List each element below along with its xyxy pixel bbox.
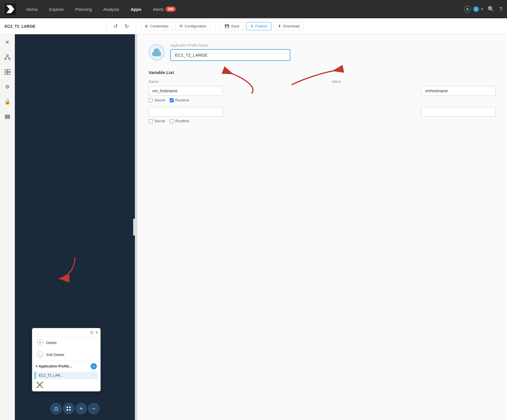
ctx-minimize-icon[interactable]: ⊡ [90,330,93,335]
download-label: Download [283,24,300,28]
value-col-header: Value [332,79,341,84]
publish-button[interactable]: ⬆ Publish [246,22,272,30]
configuration-button[interactable]: ⚙ Configuration [175,22,211,30]
nav-explore[interactable]: Explore [45,5,68,14]
undo-button[interactable]: ↺ [111,22,120,31]
save-button[interactable]: 💾 Save [220,22,244,30]
var-column-headers: Name Value [149,79,496,84]
configuration-label: Configuration [185,24,207,28]
runtime-checkbox-2-group: Runtime [170,119,189,123]
profile-item-more[interactable]: ··· [92,373,95,377]
redo-button[interactable]: ↻ [122,22,131,31]
save-icon: 💾 [225,24,229,28]
resize-handle[interactable]: ⋮ [135,34,137,420]
sidebar-close-icon[interactable]: ✕ [3,38,12,47]
publish-label: Publish [255,24,268,28]
var-value-input-1[interactable] [421,86,496,96]
sidebar-settings-icon[interactable]: ⚙ [3,82,12,91]
svg-rect-17 [69,409,71,411]
status-group: 1 ▾ [464,6,483,13]
runtime-checkbox-2[interactable] [170,119,174,123]
toolbar-divider-2 [136,22,136,31]
credentials-label: Credentials [150,24,169,28]
svg-rect-9 [5,115,10,116]
secret-checkbox-2-group: Secret [149,119,165,123]
nav-home[interactable]: Home [22,5,42,14]
profile-list-item[interactable]: EC2_T2_LAR... ··· [35,372,98,379]
sidebar-lock-icon[interactable]: 🔒 [3,97,12,106]
save-label: Save [231,24,239,28]
var-name-input-2[interactable] [149,107,223,117]
logo[interactable] [5,3,16,15]
section-add-button[interactable]: + [91,363,97,369]
main-layout: ✕ ⚙ 🔒 [0,34,507,420]
svg-line-4 [7,56,9,58]
var-row-1: : Secret Runtime [149,86,496,102]
secret-label-2: Secret [154,119,165,123]
context-menu-section: ▾ Application Profile... + [32,361,100,372]
var-name-input-1[interactable] [149,86,223,96]
x-logo-icon [36,381,44,389]
profile-name-input[interactable] [170,49,290,61]
toolbar-divider-1 [106,22,107,31]
context-menu-soft-delete[interactable]: ›_ Soft Delete [32,349,100,361]
var-row-2: : Secret Runtime [149,107,496,123]
canvas-frame-button[interactable]: ⊡ [50,403,62,414]
secret-checkbox-1[interactable] [149,98,153,102]
svg-point-1 [5,58,6,60]
runtime-checkbox-1-group: Runtime [170,98,189,102]
help-icon[interactable]: ? [499,6,502,13]
svg-rect-8 [8,72,10,75]
canvas-remove-button[interactable]: − [88,403,99,414]
credentials-button[interactable]: ⊞ Credentials [141,22,173,30]
status-dot [466,8,469,10]
download-icon: ⬇ [278,24,281,28]
nav-alerts[interactable]: Alerts 286 [148,4,180,14]
svg-rect-10 [5,116,10,117]
sidebar-network-icon[interactable] [3,53,12,62]
sidebar-apps-icon[interactable] [3,67,12,77]
var-row-2-checkboxes: Secret Runtime [149,119,496,123]
var-separator-2: : [412,109,413,114]
nav-analysis[interactable]: Analysis [99,5,124,14]
svg-line-3 [5,56,7,58]
svg-rect-15 [69,407,71,408]
svg-rect-11 [5,118,10,119]
var-row-2-inputs: : [149,107,496,117]
svg-rect-5 [5,69,7,72]
search-icon[interactable]: 🔍 [488,6,495,13]
svg-rect-7 [5,72,7,75]
delete-label: Delete [46,341,57,345]
svg-point-2 [9,58,10,60]
svg-point-0 [7,55,8,56]
canvas-scroll-divider[interactable] [133,219,135,236]
var-row-1-checkboxes: Secret Runtime [149,98,496,102]
delete-circle-icon: ✕ [37,339,43,346]
ctx-more-icon[interactable]: ≡ [96,330,98,335]
configuration-icon: ⚙ [179,24,183,28]
secret-checkbox-2[interactable] [149,119,153,123]
sidebar-layers-icon[interactable] [3,112,12,121]
profile-logo [36,381,97,389]
profile-name-label: Application Profile Name [170,43,496,47]
canvas-panel: ⊡ ≡ ✕ Delete ›_ Soft Delete ▾ Applicatio… [15,34,135,420]
nav-planning[interactable]: Planning [71,5,96,14]
page-title: EC2_T2_LARGE [5,24,102,29]
context-menu-header: ⊡ ≡ [32,328,100,337]
toolbar-divider-3 [215,22,216,31]
runtime-checkbox-1[interactable] [170,98,174,102]
profile-item-label: EC2_T2_LAR... [39,373,63,377]
nav-apps[interactable]: Apps [126,5,146,14]
svg-rect-14 [67,407,68,408]
status-circle [464,6,471,13]
context-menu-delete[interactable]: ✕ Delete [32,337,100,349]
canvas-add-button[interactable]: + [75,403,87,414]
var-separator-1: : [412,88,413,93]
runtime-label-1: Runtime [175,98,189,102]
name-col-header: Name [149,79,229,84]
canvas-grid-button[interactable] [63,403,74,414]
credentials-icon: ⊞ [145,24,148,28]
download-button[interactable]: ⬇ Download [274,22,304,30]
var-value-input-2[interactable] [421,107,496,117]
status-dropdown[interactable]: ▾ [481,7,483,11]
